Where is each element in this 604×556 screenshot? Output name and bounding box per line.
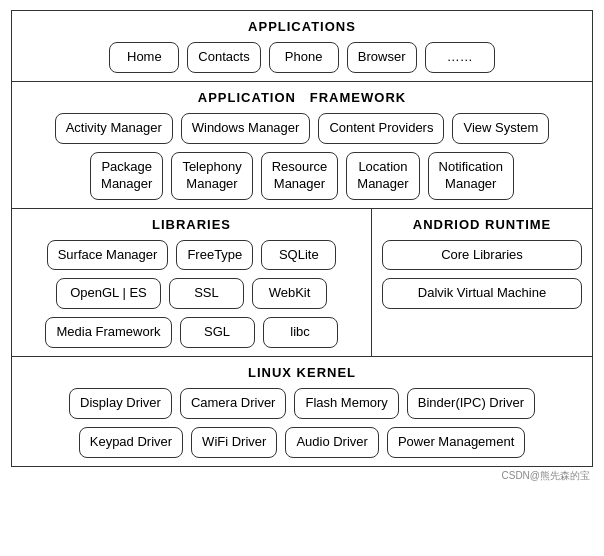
lib-media-framework: Media Framework: [45, 317, 171, 348]
lib-ssl: SSL: [169, 278, 244, 309]
fw-activity-manager: Activity Manager: [55, 113, 173, 144]
applications-row: Home Contacts Phone Browser ……: [22, 42, 582, 73]
lib-libc: libc: [263, 317, 338, 348]
app-home: Home: [109, 42, 179, 73]
rt-core-libraries: Core Libraries: [382, 240, 582, 271]
app-phone: Phone: [269, 42, 339, 73]
kernel-keypad-driver: Keypad Driver: [79, 427, 183, 458]
lib-opengl: OpenGL | ES: [56, 278, 161, 309]
framework-title: APPLICATION FRAMEWORK: [22, 90, 582, 105]
runtime-title: ANDRIOD RUNTIME: [382, 217, 582, 232]
fw-view-system: View System: [452, 113, 549, 144]
fw-windows-manager: Windows Manager: [181, 113, 311, 144]
lib-webkit: WebKit: [252, 278, 327, 309]
libraries-title: LIBRARIES: [22, 217, 361, 232]
kernel-power-management: Power Management: [387, 427, 525, 458]
kernel-display-driver: Display Driver: [69, 388, 172, 419]
fw-package-manager: PackageManager: [90, 152, 163, 200]
kernel-flash-memory: Flash Memory: [294, 388, 398, 419]
kernel-row2: Keypad Driver WiFi Driver Audio Driver P…: [22, 427, 582, 458]
lib-freetype: FreeType: [176, 240, 253, 271]
fw-telephony-manager: TelephonyManager: [171, 152, 252, 200]
lib-row2: OpenGL | ES SSL WebKit: [22, 278, 361, 309]
fw-resource-manager: ResourceManager: [261, 152, 339, 200]
lib-row1: Surface Manager FreeType SQLite: [22, 240, 361, 271]
app-browser: Browser: [347, 42, 417, 73]
runtime-section: ANDRIOD RUNTIME Core Libraries Dalvik Vi…: [372, 209, 592, 357]
app-more: ……: [425, 42, 495, 73]
framework-row1: Activity Manager Windows Manager Content…: [22, 113, 582, 144]
middle-row: LIBRARIES Surface Manager FreeType SQLit…: [12, 209, 592, 358]
kernel-binder-driver: Binder(IPC) Driver: [407, 388, 535, 419]
lib-sgl: SGL: [180, 317, 255, 348]
fw-location-manager: LocationManager: [346, 152, 419, 200]
lib-row3: Media Framework SGL libc: [22, 317, 361, 348]
rt-dalvik: Dalvik Virtual Machine: [382, 278, 582, 309]
kernel-title: LINUX KERNEL: [22, 365, 582, 380]
android-architecture-diagram: APPLICATIONS Home Contacts Phone Browser…: [11, 10, 593, 467]
lib-sqlite: SQLite: [261, 240, 336, 271]
kernel-audio-driver: Audio Driver: [285, 427, 379, 458]
kernel-section: LINUX KERNEL Display Driver Camera Drive…: [12, 357, 592, 466]
watermark: CSDN@熊先森的宝: [10, 467, 594, 485]
framework-row2: PackageManager TelephonyManager Resource…: [22, 152, 582, 200]
fw-content-providers: Content Providers: [318, 113, 444, 144]
libraries-section: LIBRARIES Surface Manager FreeType SQLit…: [12, 209, 372, 357]
app-contacts: Contacts: [187, 42, 260, 73]
framework-section: APPLICATION FRAMEWORK Activity Manager W…: [12, 82, 592, 209]
kernel-row1: Display Driver Camera Driver Flash Memor…: [22, 388, 582, 419]
applications-title: APPLICATIONS: [22, 19, 582, 34]
rt-row2: Dalvik Virtual Machine: [382, 278, 582, 309]
kernel-camera-driver: Camera Driver: [180, 388, 287, 419]
kernel-wifi-driver: WiFi Driver: [191, 427, 277, 458]
rt-row1: Core Libraries: [382, 240, 582, 271]
lib-surface-manager: Surface Manager: [47, 240, 169, 271]
applications-section: APPLICATIONS Home Contacts Phone Browser…: [12, 11, 592, 82]
fw-notification-manager: NotificationManager: [428, 152, 514, 200]
